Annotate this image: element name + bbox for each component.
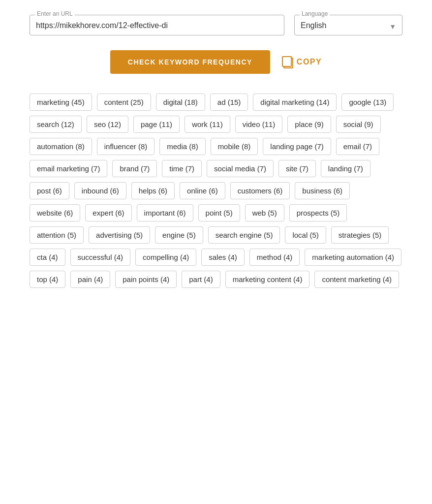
keyword-tag: influencer (8) [97,138,155,155]
copy-icon [282,56,293,68]
keyword-tag: cta (4) [30,249,65,266]
keywords-container: marketing (45)content (25)digital (18)ad… [30,94,402,288]
action-row: CHECK KEYWORD FREQUENCY COPY [30,50,402,74]
keyword-tag: pain points (4) [115,271,177,288]
keyword-tag: business (6) [295,182,350,199]
keyword-tag: compelling (4) [135,249,196,266]
keyword-tag: method (4) [249,249,300,266]
keyword-tag: important (6) [137,204,193,221]
language-field-wrapper: Language EnglishSpanishFrenchGermanItali… [294,15,402,35]
keyword-tag: successful (4) [70,249,131,266]
keyword-tag: social media (7) [207,160,274,177]
keyword-tag: pain (4) [70,271,110,288]
keyword-tag: marketing (45) [30,94,92,111]
keyword-tag: post (6) [30,182,69,199]
keyword-tag: web (5) [245,204,284,221]
top-section: Enter an URL Language EnglishSpanishFren… [30,15,402,35]
keyword-tag: content marketing (4) [314,271,399,288]
check-keyword-frequency-button[interactable]: CHECK KEYWORD FREQUENCY [110,50,270,74]
keyword-tag: video (11) [235,116,283,133]
copy-button[interactable]: COPY [282,56,322,68]
url-label: Enter an URL [35,10,75,17]
keyword-tag: media (8) [159,138,205,155]
keyword-tag: digital (18) [156,94,205,111]
keyword-tag: seo (12) [87,116,128,133]
keyword-tag: email marketing (7) [30,160,107,177]
keyword-tag: site (7) [278,160,316,177]
language-label: Language [300,10,330,17]
keyword-tag: automation (8) [30,138,92,155]
keyword-tag: part (4) [182,271,220,288]
keyword-tag: prospects (5) [289,204,347,221]
keyword-tag: content (25) [97,94,151,111]
keyword-tag: search engine (5) [208,226,280,244]
url-field-wrapper: Enter an URL [30,15,284,35]
keyword-tag: strategies (5) [331,226,389,244]
keyword-tag: attention (5) [30,226,84,244]
keyword-tag: mobile (8) [211,138,258,155]
keyword-tag: marketing automation (4) [305,249,401,266]
keyword-tag: google (13) [341,94,394,111]
keyword-tag: landing page (7) [263,138,331,155]
keyword-tag: online (6) [180,182,225,199]
language-select[interactable]: EnglishSpanishFrenchGermanItalian [301,19,396,30]
keyword-tag: email (7) [336,138,379,155]
keyword-tag: landing (7) [321,160,370,177]
keyword-tag: work (11) [185,116,230,133]
keyword-tag: inbound (6) [74,182,126,199]
keyword-tag: search (12) [30,116,82,133]
keyword-tag: marketing content (4) [225,271,310,288]
keyword-tag: website (6) [30,204,80,221]
keyword-tag: engine (5) [155,226,203,244]
keyword-tag: advertising (5) [89,226,150,244]
keyword-tag: helps (6) [131,182,175,199]
keyword-tag: customers (6) [230,182,290,199]
keyword-tag: place (9) [287,116,331,133]
keyword-tag: local (5) [285,226,326,244]
url-input[interactable] [36,19,278,30]
keyword-tag: digital marketing (14) [253,94,337,111]
keyword-tag: social (9) [336,116,381,133]
keyword-tag: expert (6) [85,204,131,221]
keyword-tag: ad (15) [210,94,248,111]
keyword-tag: brand (7) [112,160,157,177]
keyword-tag: point (5) [198,204,240,221]
keyword-tag: top (4) [30,271,65,288]
keyword-tag: time (7) [162,160,202,177]
keyword-tag: page (11) [133,116,180,133]
keyword-tag: sales (4) [201,249,245,266]
copy-button-label: COPY [297,58,322,66]
